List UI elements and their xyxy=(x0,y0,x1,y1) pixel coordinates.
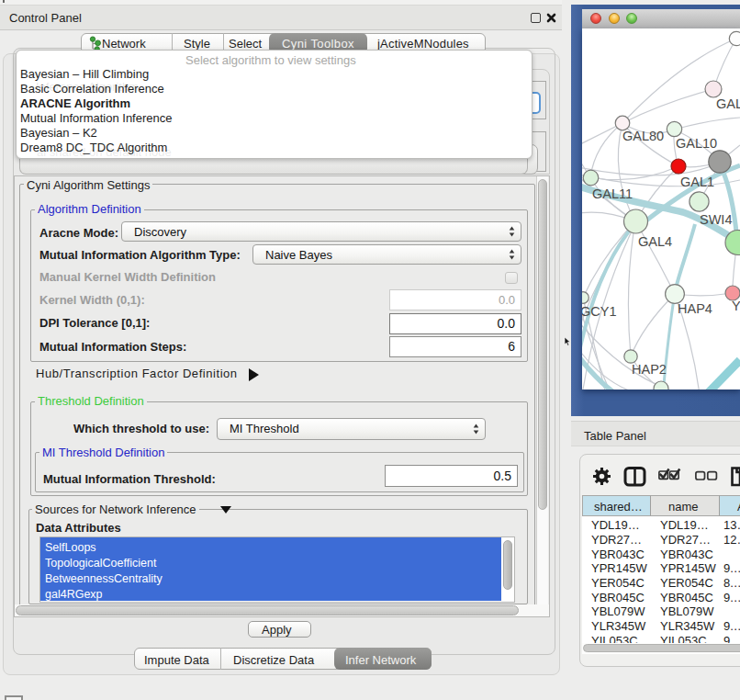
svg-text:GCY1: GCY1 xyxy=(582,304,617,319)
svg-text:SWI4: SWI4 xyxy=(700,212,732,227)
svg-text:HAP2: HAP2 xyxy=(632,362,667,377)
svg-text:GAL4: GAL4 xyxy=(638,234,672,249)
svg-text:GAL80: GAL80 xyxy=(622,129,664,143)
svg-text:GAL7: GAL7 xyxy=(716,96,740,111)
svg-text:GAL11: GAL11 xyxy=(592,186,633,201)
svg-text:GAL1: GAL1 xyxy=(680,175,714,189)
svg-text:HAP4: HAP4 xyxy=(678,301,712,316)
svg-text:GAL10: GAL10 xyxy=(676,136,717,151)
svg-text:YM: YM xyxy=(732,299,740,313)
